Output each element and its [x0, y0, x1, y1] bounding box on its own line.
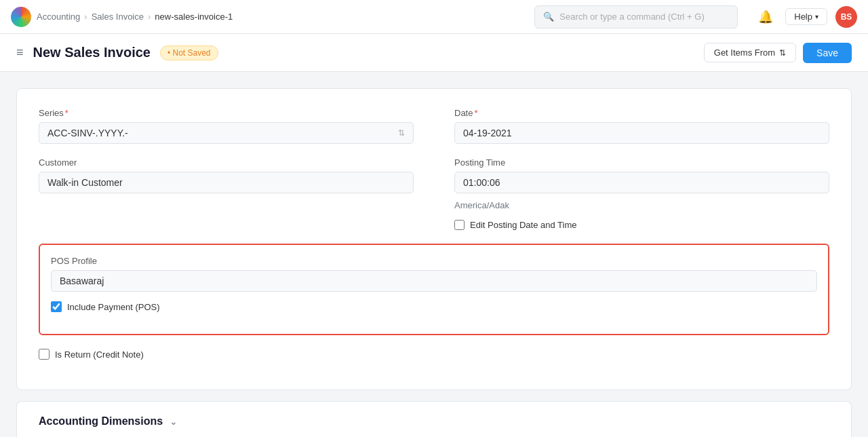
page-header: ≡ New Sales Invoice Not Saved Get Items … [0, 34, 868, 72]
series-label: Series* [39, 108, 414, 118]
accounting-dimensions-title: Accounting Dimensions [39, 415, 163, 428]
search-bar[interactable]: 🔍 Search or type a command (Ctrl + G) [534, 5, 738, 28]
posting-time-input[interactable] [454, 172, 829, 193]
series-select[interactable]: ACC-SINV-.YYYY.- ⇅ [39, 122, 414, 144]
help-chevron-icon: ▾ [815, 13, 818, 20]
timezone-text: America/Adak [454, 200, 829, 210]
breadcrumb: Accounting › Sales Invoice › new-sales-i… [37, 12, 233, 22]
is-return-checkbox[interactable] [39, 349, 50, 360]
posting-time-label: Posting Time [454, 157, 829, 168]
breadcrumb-accounting[interactable]: Accounting [37, 12, 80, 22]
edit-posting-section: Edit Posting Date and Time [454, 220, 829, 230]
series-required-marker: * [65, 108, 68, 118]
get-items-label: Get Items From [714, 48, 775, 58]
accounting-dimensions-header[interactable]: Accounting Dimensions ⌄ [39, 415, 829, 428]
date-input[interactable] [454, 122, 829, 144]
breadcrumb-current: new-sales-invoice-1 [155, 12, 233, 22]
save-button[interactable]: Save [803, 43, 852, 63]
user-avatar[interactable]: BS [835, 6, 857, 28]
search-icon: 🔍 [543, 12, 554, 22]
pos-profile-input[interactable] [51, 270, 817, 292]
include-payment-row: Include Payment (POS) [51, 301, 817, 312]
date-required-marker: * [474, 108, 477, 118]
header-actions: Get Items From ⇅ Save [704, 43, 852, 63]
main-content: Series* ACC-SINV-.YYYY.- ⇅ Date* Custome… [0, 72, 868, 437]
pos-profile-section: POS Profile Include Payment (POS) [39, 244, 829, 335]
nav-right-actions: 🔔 Help ▾ BS [754, 5, 857, 28]
date-field-group: Date* [454, 108, 829, 144]
posting-time-field-group: Posting Time America/Adak Edit Posting D… [454, 157, 829, 230]
breadcrumb-sep-2: › [148, 12, 151, 22]
series-chevron-icon: ⇅ [398, 128, 405, 138]
accounting-dimensions-chevron-icon: ⌄ [170, 416, 178, 427]
edit-posting-checkbox[interactable] [454, 220, 465, 230]
accounting-dimensions-section: Accounting Dimensions ⌄ [16, 401, 852, 437]
include-payment-checkbox[interactable] [51, 301, 62, 312]
customer-input[interactable] [39, 172, 414, 193]
app-logo[interactable] [11, 7, 31, 27]
pos-profile-label: POS Profile [51, 256, 817, 266]
sidebar-toggle-icon[interactable]: ≡ [16, 45, 24, 60]
bell-icon: 🔔 [758, 10, 773, 24]
series-value: ACC-SINV-.YYYY.- [47, 128, 128, 138]
help-button[interactable]: Help ▾ [785, 8, 827, 25]
navbar: Accounting › Sales Invoice › new-sales-i… [0, 0, 868, 34]
pos-profile-field-group: POS Profile [51, 256, 817, 292]
status-badge: Not Saved [160, 45, 218, 60]
get-items-chevron-icon: ⇅ [779, 48, 786, 58]
form-row-customer-time: Customer Posting Time America/Adak Edit … [39, 157, 829, 230]
series-field-group: Series* ACC-SINV-.YYYY.- ⇅ [39, 108, 414, 144]
breadcrumb-sales-invoice[interactable]: Sales Invoice [92, 12, 144, 22]
notifications-button[interactable]: 🔔 [754, 5, 777, 28]
search-placeholder-text: Search or type a command (Ctrl + G) [559, 12, 705, 22]
date-label: Date* [454, 108, 829, 118]
is-return-row: Is Return (Credit Note) [39, 349, 829, 360]
breadcrumb-sep-1: › [84, 12, 87, 22]
form-row-series-date: Series* ACC-SINV-.YYYY.- ⇅ Date* [39, 108, 829, 144]
help-label: Help [794, 12, 812, 22]
customer-label: Customer [39, 157, 414, 168]
customer-field-group: Customer [39, 157, 414, 230]
page-title: New Sales Invoice [33, 45, 151, 60]
edit-posting-label: Edit Posting Date and Time [470, 220, 577, 230]
main-form-card: Series* ACC-SINV-.YYYY.- ⇅ Date* Custome… [16, 88, 852, 390]
is-return-label: Is Return (Credit Note) [55, 349, 144, 360]
get-items-from-button[interactable]: Get Items From ⇅ [704, 43, 796, 62]
include-payment-label: Include Payment (POS) [67, 302, 160, 312]
